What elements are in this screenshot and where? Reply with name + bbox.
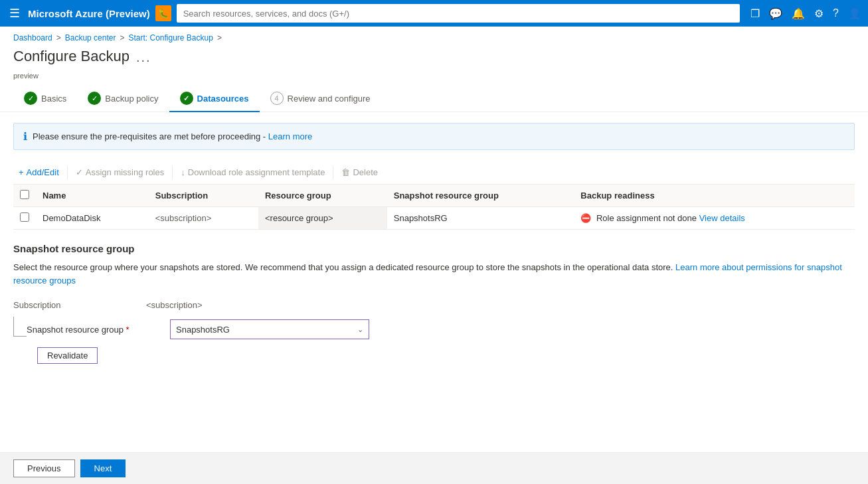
- app-title: Microsoft Azure (Preview): [28, 8, 150, 19]
- snapshot-section-title: Snapshot resource group: [13, 243, 855, 254]
- col-snapshot-rg: Snapshot resource group: [387, 185, 574, 207]
- row-readiness-text: Role assignment not done: [596, 213, 697, 223]
- global-search-input[interactable]: [177, 4, 740, 23]
- subscription-row: Subscription <subscription>: [13, 297, 855, 310]
- dropdown-value: SnapshotsRG: [176, 325, 230, 335]
- assign-missing-label: Assign missing roles: [86, 167, 165, 177]
- delete-icon: 🗑: [341, 167, 350, 177]
- wizard-tabs: ✓ Basics ✓ Backup policy ✓ Datasources 4…: [0, 85, 868, 112]
- topbar: ☰ Microsoft Azure (Preview) 🐛 ❐ 💬 🔔 ⚙ ? …: [0, 0, 868, 27]
- toolbar-separator-1: [67, 166, 68, 179]
- review-step-num: 4: [270, 92, 284, 105]
- learn-more-link[interactable]: Learn more: [268, 131, 312, 141]
- row-subscription: <subscription>: [155, 213, 212, 223]
- notification-icon[interactable]: 🔔: [792, 7, 805, 20]
- row-snapshot-rg-cell: SnapshotsRG: [387, 207, 574, 230]
- snapshot-section: Snapshot resource group Select the resou…: [13, 243, 855, 364]
- download-template-label: Download role assignment template: [188, 167, 325, 177]
- help-icon[interactable]: ?: [833, 7, 839, 19]
- row-checkbox[interactable]: [20, 212, 29, 222]
- bug-icon[interactable]: 🐛: [155, 5, 171, 21]
- page-footer: Previous Next: [0, 452, 868, 484]
- select-all-header: [13, 185, 36, 207]
- info-icon: ℹ: [23, 130, 27, 143]
- revalidate-button[interactable]: Revalidate: [37, 347, 98, 364]
- snapshot-rg-dropdown[interactable]: SnapshotsRG ⌄: [170, 319, 369, 339]
- error-icon: ⛔: [580, 213, 591, 223]
- page-wrapper: Dashboard > Backup center > Start: Confi…: [0, 27, 868, 484]
- row-readiness-cell: ⛔ Role assignment not done View details: [574, 207, 855, 230]
- row-checkbox-cell: [13, 207, 36, 230]
- breadcrumb-sep-2: >: [120, 33, 124, 42]
- subscription-label: Subscription: [13, 297, 146, 310]
- topbar-icons: ❐ 💬 🔔 ⚙ ? 👤: [750, 7, 861, 20]
- tab-basics-label: Basics: [41, 94, 66, 104]
- chevron-down-icon: ⌄: [357, 325, 363, 334]
- preview-label: preview: [0, 72, 868, 85]
- datasources-table: Name Subscription Resource group Snapsho…: [13, 185, 855, 230]
- row-resource-group: <resource group>: [265, 213, 333, 223]
- hamburger-icon[interactable]: ☰: [7, 3, 23, 23]
- help-feedback-icon[interactable]: 💬: [769, 7, 782, 20]
- col-subscription: Subscription: [149, 185, 258, 207]
- breadcrumb-sep-3: >: [217, 33, 222, 42]
- breadcrumb-configure-backup[interactable]: Start: Configure Backup: [128, 33, 213, 42]
- check-icon: ✓: [76, 167, 83, 177]
- datasources-complete-icon: ✓: [180, 92, 193, 105]
- row-name-cell: DemoDataDisk: [36, 207, 149, 230]
- row-resource-group-cell: <resource group>: [258, 207, 387, 230]
- col-name: Name: [36, 185, 149, 207]
- add-edit-label: Add/Edit: [27, 167, 59, 177]
- row-subscription-cell: <subscription>: [149, 207, 258, 230]
- snapshot-section-description: Select the resource group where your sna…: [13, 261, 855, 287]
- page-title: Configure Backup: [13, 48, 130, 65]
- row-snapshot-rg: SnapshotsRG: [394, 213, 448, 223]
- tab-backup-policy-label: Backup policy: [105, 94, 158, 104]
- tab-backup-policy[interactable]: ✓ Backup policy: [77, 85, 169, 112]
- snapshot-rg-label: Snapshot resource group *: [27, 325, 159, 335]
- download-template-button[interactable]: ↓ Download role assignment template: [175, 165, 330, 180]
- add-icon: +: [19, 167, 24, 177]
- breadcrumb: Dashboard > Backup center > Start: Confi…: [0, 27, 868, 45]
- tab-review-label: Review and configure: [288, 94, 371, 104]
- toolbar-separator-3: [333, 166, 333, 179]
- subscription-value: <subscription>: [146, 297, 203, 310]
- basics-complete-icon: ✓: [24, 92, 37, 105]
- add-edit-button[interactable]: + Add/Edit: [13, 165, 64, 180]
- settings-icon[interactable]: ⚙: [814, 7, 824, 20]
- breadcrumb-dashboard[interactable]: Dashboard: [13, 33, 52, 42]
- required-marker: *: [126, 325, 130, 335]
- next-button[interactable]: Next: [80, 459, 126, 477]
- breadcrumb-sep-1: >: [56, 33, 61, 42]
- tab-datasources[interactable]: ✓ Datasources: [169, 85, 260, 112]
- delete-label: Delete: [353, 167, 378, 177]
- col-backup-readiness: Backup readiness: [574, 185, 855, 207]
- assign-missing-button[interactable]: ✓ Assign missing roles: [70, 165, 170, 180]
- delete-button[interactable]: 🗑 Delete: [336, 165, 383, 180]
- terminal-icon[interactable]: ❐: [750, 7, 760, 20]
- more-options-button[interactable]: ...: [136, 50, 151, 65]
- backup-policy-complete-icon: ✓: [88, 92, 101, 105]
- tab-basics[interactable]: ✓ Basics: [13, 85, 77, 112]
- info-banner-text: Please ensure the pre-requisites are met…: [33, 131, 312, 141]
- select-all-checkbox[interactable]: [20, 190, 29, 199]
- tab-datasources-label: Datasources: [197, 94, 249, 104]
- revalidate-label: Revalidate: [47, 351, 88, 361]
- view-details-link[interactable]: View details: [699, 213, 745, 223]
- row-name: DemoDataDisk: [43, 213, 100, 223]
- col-resource-group: Resource group: [258, 185, 387, 207]
- previous-button[interactable]: Previous: [13, 459, 75, 477]
- toolbar-separator-2: [172, 166, 173, 179]
- tab-review[interactable]: 4 Review and configure: [260, 85, 381, 112]
- info-banner: ℹ Please ensure the pre-requisites are m…: [13, 123, 855, 150]
- account-icon[interactable]: 👤: [848, 7, 861, 20]
- page-header: Configure Backup ...: [0, 45, 868, 72]
- breadcrumb-backup-center[interactable]: Backup center: [65, 33, 116, 42]
- table-row: DemoDataDisk <subscription> <resource gr…: [13, 207, 855, 230]
- table-toolbar: + Add/Edit ✓ Assign missing roles ↓ Down…: [13, 161, 855, 185]
- download-icon: ↓: [181, 167, 185, 177]
- main-content: ℹ Please ensure the pre-requisites are m…: [0, 112, 868, 452]
